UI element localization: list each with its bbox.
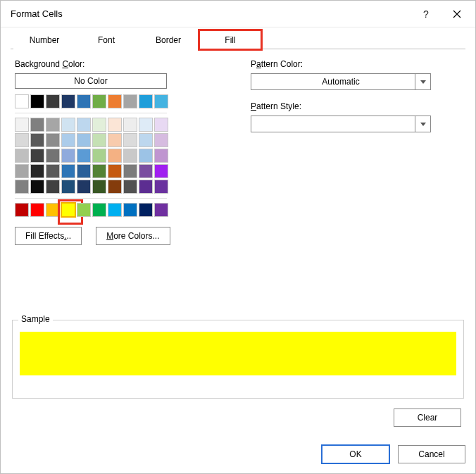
pattern-section: Pattern Color: Automatic Pattern Style:	[251, 59, 461, 245]
color-swatch[interactable]	[123, 164, 137, 178]
background-color-label: Background Color:	[15, 59, 208, 69]
pattern-style-label: Pattern Style:	[251, 101, 461, 111]
palette-theme-shades	[15, 118, 208, 194]
close-button[interactable]	[441, 4, 472, 25]
color-swatch[interactable]	[77, 203, 91, 217]
color-swatch[interactable]	[15, 94, 29, 108]
color-swatch[interactable]	[108, 94, 122, 108]
color-swatch[interactable]	[61, 180, 75, 194]
color-swatch[interactable]	[139, 118, 153, 132]
color-swatch[interactable]	[77, 94, 91, 108]
palette-standard-row	[15, 203, 208, 217]
color-swatch[interactable]	[92, 118, 106, 132]
color-swatch[interactable]	[15, 203, 29, 217]
color-swatch[interactable]	[139, 94, 153, 108]
palette-theme-row	[15, 94, 208, 108]
color-swatch[interactable]	[46, 203, 60, 217]
chevron-down-icon	[415, 116, 430, 132]
titlebar: Format Cells ?	[1, 1, 475, 27]
color-swatch[interactable]	[108, 180, 122, 194]
more-colors-button[interactable]: More Colors...	[96, 227, 170, 245]
color-swatch[interactable]	[154, 133, 168, 147]
chevron-down-icon	[415, 74, 430, 89]
color-swatch[interactable]	[123, 133, 137, 147]
color-swatch[interactable]	[30, 94, 44, 108]
color-swatch[interactable]	[123, 118, 137, 132]
color-swatch[interactable]	[123, 94, 137, 108]
color-swatch[interactable]	[15, 118, 29, 132]
color-swatch[interactable]	[123, 149, 137, 163]
color-swatch[interactable]	[108, 164, 122, 178]
tab-font[interactable]: Font	[75, 30, 137, 49]
color-swatch[interactable]	[77, 118, 91, 132]
color-swatch[interactable]	[46, 149, 60, 163]
pattern-color-combo[interactable]: Automatic	[251, 73, 431, 90]
color-swatch[interactable]	[30, 149, 44, 163]
color-swatch[interactable]	[30, 180, 44, 194]
color-swatch[interactable]	[139, 133, 153, 147]
color-swatch[interactable]	[108, 133, 122, 147]
color-swatch[interactable]	[108, 149, 122, 163]
color-swatch[interactable]	[61, 164, 75, 178]
color-swatch[interactable]	[61, 94, 75, 108]
color-swatch[interactable]	[92, 180, 106, 194]
color-swatch[interactable]	[154, 149, 168, 163]
color-swatch[interactable]	[154, 180, 168, 194]
color-swatch[interactable]	[92, 149, 106, 163]
color-swatch[interactable]	[108, 118, 122, 132]
close-icon	[453, 10, 461, 18]
color-swatch[interactable]	[92, 133, 106, 147]
color-swatch[interactable]	[30, 118, 44, 132]
color-swatch[interactable]	[77, 149, 91, 163]
color-swatch[interactable]	[139, 180, 153, 194]
color-swatch[interactable]	[139, 149, 153, 163]
no-color-button[interactable]: No Color	[15, 73, 167, 89]
color-swatch[interactable]	[46, 164, 60, 178]
fill-effects-button[interactable]: Fill Effects...	[15, 227, 82, 245]
cancel-button[interactable]: Cancel	[398, 445, 465, 463]
color-swatch[interactable]	[77, 180, 91, 194]
tab-number[interactable]: Number	[13, 30, 75, 49]
color-swatch[interactable]	[46, 133, 60, 147]
tab-fill[interactable]: Fill	[199, 30, 261, 49]
palette-separator	[15, 198, 167, 199]
dialog-title: Format Cells	[11, 8, 411, 19]
pattern-color-value: Automatic	[322, 77, 359, 87]
color-swatch[interactable]	[92, 94, 106, 108]
color-swatch[interactable]	[123, 203, 137, 217]
color-swatch[interactable]	[77, 164, 91, 178]
color-swatch[interactable]	[30, 203, 44, 217]
color-swatch[interactable]	[92, 203, 106, 217]
color-swatch[interactable]	[154, 203, 168, 217]
clear-button[interactable]: Clear	[394, 408, 461, 427]
fill-pane: Background Color: No Color Fill Effects.…	[11, 49, 465, 245]
color-swatch[interactable]	[108, 203, 122, 217]
color-swatch[interactable]	[154, 118, 168, 132]
color-swatch[interactable]	[46, 180, 60, 194]
color-swatch[interactable]	[30, 133, 44, 147]
color-swatch[interactable]	[61, 118, 75, 132]
color-swatch[interactable]	[77, 133, 91, 147]
ok-button[interactable]: OK	[322, 445, 389, 463]
color-swatch[interactable]	[154, 94, 168, 108]
color-swatch[interactable]	[30, 164, 44, 178]
color-swatch[interactable]	[154, 164, 168, 178]
color-swatch[interactable]	[139, 203, 153, 217]
color-swatch[interactable]	[92, 164, 106, 178]
color-swatch[interactable]	[61, 203, 75, 217]
color-swatch[interactable]	[15, 164, 29, 178]
color-swatch[interactable]	[46, 118, 60, 132]
color-swatch[interactable]	[61, 149, 75, 163]
help-button[interactable]: ?	[411, 4, 441, 25]
format-cells-dialog: Format Cells ? Number Font Border Fill B…	[0, 0, 476, 474]
color-swatch[interactable]	[139, 164, 153, 178]
pattern-style-combo[interactable]	[251, 116, 431, 132]
color-swatch[interactable]	[15, 149, 29, 163]
color-swatch[interactable]	[123, 180, 137, 194]
color-swatch[interactable]	[15, 180, 29, 194]
tab-border[interactable]: Border	[137, 30, 199, 49]
sample-area: Sample Clear	[11, 320, 465, 427]
color-swatch[interactable]	[15, 133, 29, 147]
color-swatch[interactable]	[61, 133, 75, 147]
color-swatch[interactable]	[46, 94, 60, 108]
